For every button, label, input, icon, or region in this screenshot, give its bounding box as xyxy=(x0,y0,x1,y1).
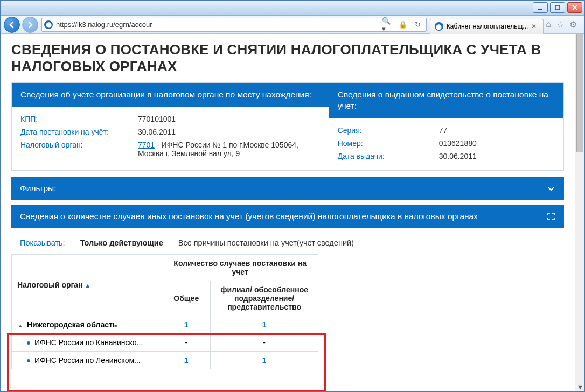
kpp-value: 770101001 xyxy=(138,115,176,123)
collapse-icon[interactable]: ▴ xyxy=(17,322,24,329)
site-favicon: ⬤ xyxy=(44,20,53,29)
tab-favicon: ⬤ xyxy=(435,22,443,31)
display-filter-row: Показывать: Только действующие Все причи… xyxy=(11,232,564,254)
col-header-count-group: Количество случаев постановки на учет xyxy=(162,254,318,281)
panel-left-header: Сведения об учете организации в налогово… xyxy=(12,83,329,107)
page-title: СВЕДЕНИЯ О ПОСТАНОВКЕ И СНЯТИИ НАЛОГОПЛА… xyxy=(11,41,564,75)
refresh-icon[interactable]: ↻ xyxy=(412,19,424,31)
table-row[interactable]: ▴Нижегородская область 1 1 xyxy=(12,316,318,333)
table-row[interactable]: ИФНС России по Ленинском... 1 1 xyxy=(12,351,318,369)
tab-close-icon[interactable]: ✕ xyxy=(531,23,539,30)
kpp-label: КПП: xyxy=(20,115,134,123)
count-info-bar[interactable]: Сведения о количестве случаев иных поста… xyxy=(11,205,564,228)
cell-filial: - xyxy=(211,333,318,351)
sort-asc-icon: ▲ xyxy=(85,282,91,289)
lock-icon: 🔒 xyxy=(397,19,409,31)
window-maximize-button[interactable] xyxy=(550,2,565,13)
tax-organ-value: 7701 - ИФНС России № 1 по г.Москве 10506… xyxy=(138,141,320,158)
window-close-button[interactable] xyxy=(567,2,582,13)
address-url: https://lk3.nalog.ru/egrn/accour xyxy=(56,20,379,29)
scroll-down-icon[interactable]: ▾ xyxy=(575,382,584,391)
number-value: 013621880 xyxy=(439,139,477,148)
tab-title: Кабинет налогоплательщ... xyxy=(447,23,528,30)
registration-date-value: 30.06.2011 xyxy=(138,128,176,136)
filters-bar[interactable]: Фильтры: xyxy=(11,177,564,200)
registration-date-label: Дата постановки на учёт: xyxy=(20,128,134,136)
issue-date-label: Дата выдачи: xyxy=(338,152,435,160)
cell-total[interactable]: 1 xyxy=(162,351,211,369)
nav-back-button[interactable] xyxy=(4,17,20,33)
registrations-table: Налоговый орган▲ Количество случаев пост… xyxy=(11,254,318,369)
expand-icon xyxy=(547,212,555,221)
cell-total: - xyxy=(162,333,211,351)
window-titlebar xyxy=(1,1,584,16)
cell-total[interactable]: 1 xyxy=(162,316,211,333)
col-header-filial[interactable]: филиал/ обособленное подразделение/ пред… xyxy=(211,281,318,316)
bullet-icon xyxy=(27,359,30,362)
issue-date-value: 30.06.2011 xyxy=(439,152,477,160)
tools-icon[interactable]: ⚙ xyxy=(569,19,577,30)
col-header-total[interactable]: Общее xyxy=(162,281,211,316)
bullet-icon xyxy=(27,341,30,345)
window-minimize-button[interactable] xyxy=(533,2,548,13)
cell-filial[interactable]: 1 xyxy=(211,316,318,333)
browser-tab[interactable]: ⬤ Кабинет налогоплательщ... ✕ xyxy=(430,19,544,34)
tax-organ-label: Налоговый орган: xyxy=(20,141,134,149)
series-value: 77 xyxy=(439,126,448,135)
filter-active-only[interactable]: Только действующие xyxy=(80,239,163,247)
series-label: Серия: xyxy=(338,126,435,135)
table-row[interactable]: ИФНС России по Канавинско... - - xyxy=(12,333,318,351)
address-bar[interactable]: ⬤ https://lk3.nalog.ru/egrn/accour 🔍▾ 🔒 … xyxy=(41,18,427,32)
home-icon[interactable]: ⌂ xyxy=(546,19,551,30)
display-label: Показывать: xyxy=(20,239,65,247)
svg-rect-1 xyxy=(555,5,560,10)
number-label: Номер: xyxy=(338,139,435,148)
col-header-organ[interactable]: Налоговый орган▲ xyxy=(12,254,162,316)
panel-right-header: Сведения о выданном свидетельстве о пост… xyxy=(329,83,563,118)
vertical-scrollbar[interactable]: ▴ ▾ xyxy=(575,34,584,391)
search-dropdown-icon[interactable]: 🔍▾ xyxy=(382,19,394,31)
nav-forward-button[interactable] xyxy=(22,17,38,33)
tax-organ-code-link[interactable]: 7701 xyxy=(138,141,155,149)
filter-all-reasons[interactable]: Все причины постановки на учет(учет свед… xyxy=(178,239,354,247)
favorites-icon[interactable]: ☆ xyxy=(556,19,564,30)
chevron-down-icon xyxy=(547,184,555,193)
scrollbar-thumb[interactable] xyxy=(576,34,583,152)
cell-filial[interactable]: 1 xyxy=(211,351,318,369)
